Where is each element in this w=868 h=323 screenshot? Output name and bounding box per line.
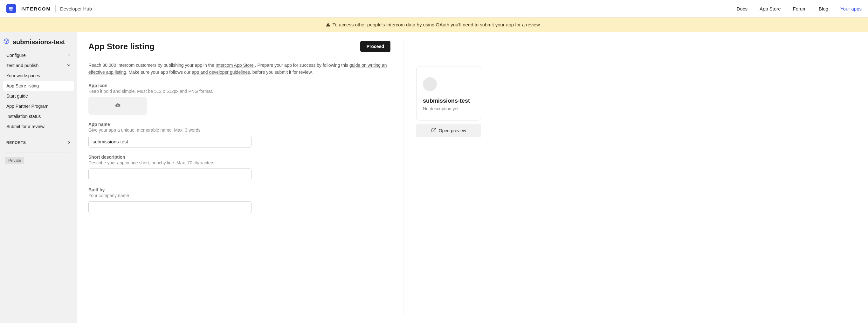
banner-text-after: . bbox=[541, 22, 542, 27]
preview-card: submissions-test No description yet bbox=[416, 66, 481, 121]
intro-part2: . Prepare your app for success by follow… bbox=[255, 63, 349, 68]
sidebar-item-label: Configure bbox=[6, 53, 26, 58]
sidebar-item-configure[interactable]: Configure bbox=[3, 50, 74, 60]
intro-part3: . Make sure your app follows our bbox=[126, 70, 192, 75]
intro-link-appstore[interactable]: Intercom App Store bbox=[216, 63, 255, 68]
svg-point-6 bbox=[328, 26, 329, 26]
sidebar-item-label: Test and publish bbox=[6, 63, 38, 68]
intro-part1: Reach 30,000 Intercom customers by publi… bbox=[88, 63, 216, 68]
content-column: App Store listing Proceed Reach 30,000 I… bbox=[88, 41, 391, 314]
banner-text: To access other people's Intercom data b… bbox=[333, 22, 542, 27]
field-label: Short description bbox=[88, 155, 391, 160]
field-built-by: Built by Your company name bbox=[88, 187, 391, 213]
banner-link[interactable]: submit your app for a review bbox=[480, 22, 541, 27]
sidebar-divider bbox=[6, 153, 71, 153]
private-badge: Private bbox=[5, 157, 24, 164]
sidebar-item-label: Your workspaces bbox=[6, 73, 40, 78]
warning-icon bbox=[326, 22, 331, 27]
header-subtitle: Developer Hub bbox=[60, 6, 92, 11]
preview-app-icon-placeholder bbox=[423, 77, 437, 91]
field-label: App name bbox=[88, 122, 391, 127]
built-by-input[interactable] bbox=[88, 201, 251, 213]
top-nav: Docs App Store Forum Blog Your apps bbox=[737, 6, 862, 11]
layout: submissions-test Configure Test and publ… bbox=[0, 32, 868, 323]
open-preview-label: Open preview bbox=[439, 128, 466, 133]
cube-icon bbox=[3, 38, 9, 46]
sidebar-item-label: Submit for a review bbox=[6, 124, 44, 129]
nav-forum[interactable]: Forum bbox=[793, 6, 807, 11]
sidebar-app-name: submissions-test bbox=[13, 38, 65, 46]
sidebar-section-label: REPORTS bbox=[6, 140, 26, 145]
sidebar-section-reports[interactable]: REPORTS bbox=[3, 138, 74, 148]
sidebar-nav: Configure Test and publish Your workspac… bbox=[3, 50, 74, 164]
svg-rect-4 bbox=[12, 7, 13, 9]
chevron-down-icon bbox=[67, 63, 70, 68]
preview-app-description: No description yet bbox=[423, 106, 474, 111]
svg-rect-3 bbox=[11, 7, 12, 9]
intro-link-guidelines[interactable]: app and developer guidelines bbox=[192, 70, 250, 75]
chevron-right-icon bbox=[67, 53, 70, 58]
nav-your-apps[interactable]: Your apps bbox=[840, 6, 862, 11]
main-content: App Store listing Proceed Reach 30,000 I… bbox=[77, 32, 868, 323]
svg-rect-1 bbox=[9, 7, 10, 9]
preview-app-name: submissions-test bbox=[423, 98, 474, 104]
field-short-description: Short description Describe your app in o… bbox=[88, 155, 391, 180]
upload-icon-dropzone[interactable] bbox=[88, 97, 147, 115]
warning-banner: To access other people's Intercom data b… bbox=[0, 18, 868, 32]
proceed-button[interactable]: Proceed bbox=[360, 41, 391, 52]
header-left: INTERCOM Developer Hub bbox=[6, 4, 92, 13]
sidebar-item-partner[interactable]: App Partner Program bbox=[3, 101, 74, 111]
banner-text-before: To access other people's Intercom data b… bbox=[333, 22, 480, 27]
nav-docs[interactable]: Docs bbox=[737, 6, 747, 11]
sidebar-badge-row: Private bbox=[3, 157, 74, 164]
field-help: Describe your app in one short, punchy l… bbox=[88, 160, 391, 165]
sidebar-item-install-status[interactable]: Installation status bbox=[3, 111, 74, 122]
preview-panel: submissions-test No description yet Open… bbox=[403, 41, 481, 314]
sidebar-item-label: Installation status bbox=[6, 114, 41, 119]
divider bbox=[55, 5, 56, 12]
intro-part4: . before you submit it for review. bbox=[250, 70, 313, 75]
open-preview-button[interactable]: Open preview bbox=[416, 124, 481, 137]
app-name-input[interactable] bbox=[88, 136, 251, 148]
field-label: App icon bbox=[88, 83, 391, 88]
chevron-right-icon bbox=[67, 140, 70, 145]
brand-name: INTERCOM bbox=[20, 6, 51, 11]
nav-app-store[interactable]: App Store bbox=[760, 6, 781, 11]
intro-text: Reach 30,000 Intercom customers by publi… bbox=[88, 62, 391, 76]
sidebar-item-label: App Store listing bbox=[6, 83, 39, 88]
field-help: Your company name bbox=[88, 193, 391, 198]
sidebar-item-test-publish[interactable]: Test and publish bbox=[3, 60, 74, 71]
sidebar-item-workspaces[interactable]: Your workspaces bbox=[3, 71, 74, 81]
svg-rect-5 bbox=[328, 24, 328, 25]
field-app-name: App name Give your app a unique, memorab… bbox=[88, 122, 391, 148]
top-header: INTERCOM Developer Hub Docs App Store Fo… bbox=[0, 0, 868, 18]
cloud-upload-icon bbox=[115, 102, 121, 109]
svg-rect-2 bbox=[10, 7, 11, 9]
sidebar-item-label: Start guide bbox=[6, 94, 28, 99]
sidebar-item-start-guide[interactable]: Start guide bbox=[3, 91, 74, 101]
field-label: Built by bbox=[88, 187, 391, 192]
sidebar-header: submissions-test bbox=[3, 37, 74, 50]
field-help: Keep it bold and simple. Must be 512 x 5… bbox=[88, 89, 391, 94]
field-help: Give your app a unique, memorable name. … bbox=[88, 128, 391, 133]
sidebar-item-listing[interactable]: App Store listing bbox=[3, 81, 74, 91]
sidebar-item-submit-review[interactable]: Submit for a review bbox=[3, 122, 74, 132]
field-app-icon: App icon Keep it bold and simple. Must b… bbox=[88, 83, 391, 115]
external-link-icon bbox=[431, 128, 436, 133]
sidebar: submissions-test Configure Test and publ… bbox=[0, 32, 77, 323]
nav-blog[interactable]: Blog bbox=[819, 6, 828, 11]
intercom-logo-icon[interactable] bbox=[6, 4, 16, 13]
sidebar-item-label: App Partner Program bbox=[6, 104, 48, 109]
page-header: App Store listing Proceed bbox=[88, 41, 391, 52]
short-description-input[interactable] bbox=[88, 168, 251, 180]
page-title: App Store listing bbox=[88, 42, 155, 52]
